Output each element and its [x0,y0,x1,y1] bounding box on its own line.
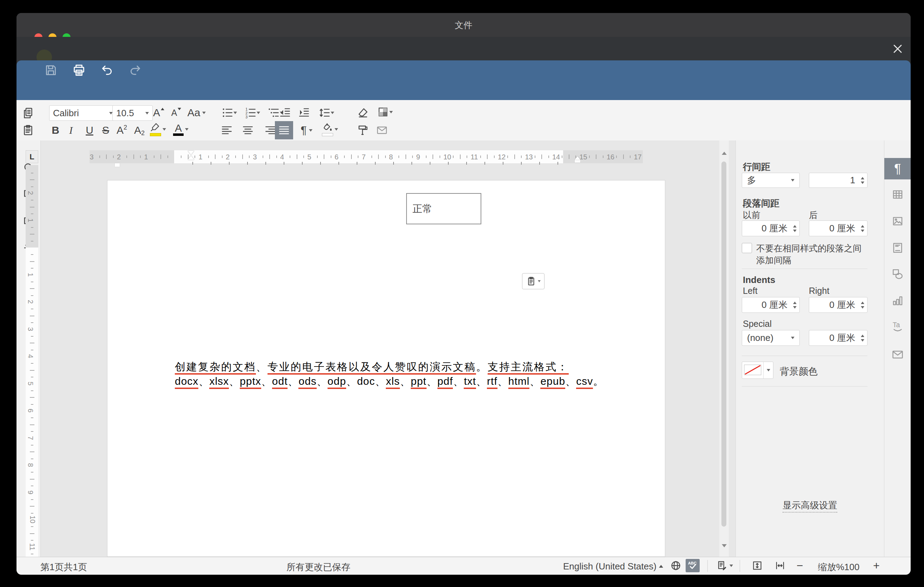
change-case-button[interactable]: Aa [186,105,208,121]
default-tab-stop-mark [411,162,412,165]
right-indent-marker[interactable] [575,156,580,163]
vertical-scrollbar[interactable] [719,140,729,557]
screen: 文件 会议发言.docx adm***@dootask.com 文件主页插入布局… [0,0,924,587]
language-selector[interactable]: English (United States) [563,561,657,572]
copy-button[interactable] [20,105,36,121]
underline-button[interactable]: U [81,122,97,139]
copy-style-button[interactable] [355,122,371,139]
align-center-button[interactable] [240,122,256,139]
left-indent-marker[interactable] [115,163,120,167]
fit-page-icon[interactable] [750,559,764,572]
spacing-before-spinner[interactable]: 0 厘米 [742,221,800,236]
ruler-number: 12 [498,153,505,161]
indent-left-spinner[interactable]: 0 厘米 [742,297,800,313]
mail-merge-settings-icon[interactable] [891,348,904,361]
chevron-down-icon [309,129,312,132]
shading-color-button[interactable] [374,104,396,120]
superscript-button[interactable]: A2 [114,122,130,139]
default-tab-stop-mark [302,162,303,165]
no-spacing-between-label: 不要在相同样式的段落之间添加间隔 [756,242,868,266]
spin-up-icon[interactable] [793,302,797,304]
image-settings-icon[interactable] [891,215,904,228]
spin-down-icon[interactable] [861,339,864,341]
page-indicator[interactable]: 第1页共1页 [40,561,87,573]
align-left-button[interactable] [219,122,235,139]
bold-button[interactable]: B [48,122,64,139]
tab-stop-selector[interactable]: L [26,150,38,163]
track-changes-icon[interactable] [714,559,735,572]
spacing-after-spinner[interactable]: 0 厘米 [809,221,868,236]
document-language-icon[interactable] [669,559,683,572]
spin-up-icon[interactable] [861,177,864,180]
spin-up-icon[interactable] [793,225,797,228]
increase-font-button[interactable]: A [150,105,167,121]
horizontal-ruler[interactable]: 3211234567891011121314151617 [89,150,643,163]
numbering-button[interactable]: 123 [242,105,263,121]
document-paragraph-line1[interactable]: 创建复杂的文档、专业的电子表格以及令人赞叹的演示文稿。支持主流格式： [175,360,569,374]
line-spacing-button[interactable] [315,105,337,121]
table-settings-icon[interactable] [891,188,904,201]
spin-down-icon[interactable] [861,306,864,308]
paragraph-fill-button[interactable] [319,121,341,137]
background-color-picker[interactable] [742,362,774,379]
language-caret-icon [659,565,663,568]
line-spacing-mode-select[interactable]: 多 [742,173,800,188]
bullets-button[interactable] [219,105,240,121]
special-indent-select[interactable]: (none) [742,330,800,346]
shape-settings-icon[interactable] [891,268,904,280]
spin-down-icon[interactable] [793,306,797,308]
chevron-down-icon [767,369,770,371]
document-paragraph-line2[interactable]: docx、xlsx、pptx、odt、ods、odp、doc、xls、ppt、p… [175,374,604,389]
line-spacing-value-spinner[interactable]: 1 [809,173,868,188]
strikethrough-button[interactable]: S [97,122,114,139]
headers-footers-settings-icon[interactable] [891,242,904,254]
highlight-color-button[interactable] [148,121,168,137]
decrease-font-button[interactable]: A [168,105,184,121]
print-icon[interactable] [72,63,86,77]
save-icon[interactable] [44,63,58,77]
redo-icon[interactable] [128,63,142,77]
spin-down-icon[interactable] [861,181,864,184]
ruler-number: 2 [117,153,121,161]
zoom-in-button[interactable]: + [873,559,880,572]
text-art-settings-icon[interactable]: Ta [891,320,904,333]
spin-down-icon[interactable] [861,229,864,232]
special-indent-spinner[interactable]: 0 厘米 [809,330,868,346]
mail-merge-icon[interactable] [374,122,390,139]
ruler-tick [31,322,33,323]
style-cell-1[interactable]: 正常 [406,193,481,224]
first-line-indent-marker[interactable] [188,151,194,160]
italic-label: I [69,124,73,136]
undo-icon[interactable] [100,63,114,77]
paragraph-settings-icon[interactable]: ¶ [884,158,911,180]
font-size-select[interactable]: 10.5 [112,106,153,121]
spin-down-icon[interactable] [793,229,797,232]
show-advanced-settings-link[interactable]: 显示高级设置 [736,499,884,511]
decrease-indent-button[interactable] [277,105,293,121]
increase-indent-button[interactable] [296,105,312,121]
justify-button-active[interactable] [275,121,293,139]
indent-right-spinner[interactable]: 0 厘米 [809,297,868,313]
font-color-button[interactable]: A [171,121,191,137]
chart-settings-icon[interactable] [891,294,904,307]
spin-up-icon[interactable] [861,225,864,228]
no-spacing-between-checkbox[interactable] [742,243,752,253]
spell-check-icon[interactable]: ABC [686,559,700,572]
clear-style-button[interactable] [355,105,371,121]
subscript-button[interactable]: A2 [131,122,147,139]
italic-button[interactable]: I [63,122,79,139]
vertical-ruler[interactable]: 211234567891011 [26,165,38,557]
fit-width-icon[interactable] [773,559,787,572]
paste-button[interactable] [20,122,36,139]
spin-up-icon[interactable] [861,302,864,304]
spin-up-icon[interactable] [861,335,864,337]
close-icon[interactable] [891,42,905,56]
show-paragraph-marks-button[interactable]: ¶ [296,122,317,139]
scrollbar-thumb[interactable] [721,162,726,527]
font-name-select[interactable]: Calibri [49,106,117,121]
scroll-up-icon[interactable] [722,152,727,155]
ruler-tick [31,254,33,255]
paste-options-button[interactable] [522,273,544,289]
zoom-out-button[interactable]: − [797,559,803,572]
scroll-down-icon[interactable] [722,544,727,547]
